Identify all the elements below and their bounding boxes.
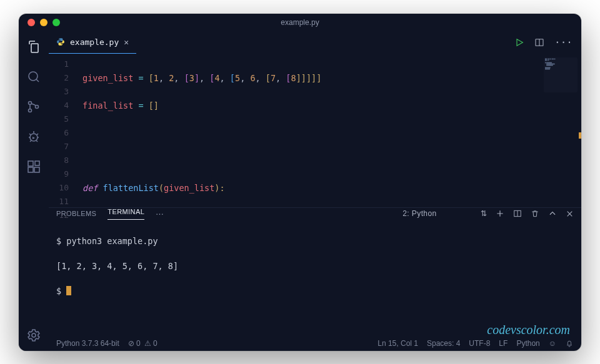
run-button[interactable]	[514, 37, 524, 47]
line-number: 10	[49, 181, 69, 195]
kill-terminal-icon[interactable]	[531, 209, 539, 218]
tab-terminal[interactable]: TERMINAL	[108, 208, 144, 220]
svg-rect-5	[28, 161, 33, 166]
code-token: def	[82, 183, 103, 193]
svg-point-9	[32, 333, 36, 337]
code-token: ,	[240, 73, 250, 83]
code-token: given_list	[82, 73, 138, 83]
more-actions-icon[interactable]: ···	[554, 36, 572, 48]
source-control-icon[interactable]	[26, 99, 42, 115]
code-token: ,	[199, 73, 209, 83]
terminal-cursor	[66, 286, 71, 295]
line-number: 1	[49, 57, 69, 71]
code-token: 5	[235, 73, 240, 83]
code-editor[interactable]: 1 2 3 4 5 6 7 8 9 10 11 12 given_list = …	[49, 54, 581, 207]
code-token: (	[159, 183, 164, 193]
activity-bar	[19, 31, 49, 351]
code-token: ,	[256, 73, 266, 83]
code-token: given_list	[164, 183, 214, 193]
code-token: [	[286, 73, 291, 83]
code-token: 7	[271, 73, 276, 83]
code-token: ,	[159, 73, 169, 83]
terminal-selector-label: 2: Python	[402, 209, 436, 218]
code-token: 1	[154, 73, 159, 83]
tab-filename: example.py	[70, 37, 119, 47]
line-number-gutter: 1 2 3 4 5 6 7 8 9 10 11 12	[49, 54, 78, 207]
main-area: example.py ✕ ··· 1 2 3 4 5 6	[49, 31, 581, 351]
svg-point-1	[29, 101, 32, 104]
code-token: [	[230, 73, 235, 83]
code-token: ,	[174, 73, 184, 83]
panel-tabs: PROBLEMS TERMINAL ··· 2: Python⇅	[49, 208, 581, 220]
explorer-icon[interactable]	[26, 39, 42, 55]
chevron-updown-icon: ⇅	[481, 209, 487, 218]
code-token: ]	[194, 73, 199, 83]
terminal-prompt: $	[56, 286, 66, 296]
code-token: ]]]]]	[296, 73, 322, 83]
python-file-icon	[56, 37, 65, 46]
code-token: ):	[214, 183, 224, 193]
code-token: flattenList	[103, 183, 159, 193]
watermark: codevscolor.com	[487, 323, 570, 336]
code-content[interactable]: given_list = [1, 2, [3], [4, [5, 6, [7, …	[78, 54, 581, 207]
split-terminal-icon[interactable]	[513, 209, 522, 218]
status-spaces[interactable]: Spaces: 4	[427, 339, 460, 348]
line-number: 5	[49, 112, 69, 126]
panel-more-icon[interactable]: ···	[156, 209, 164, 219]
code-token: 6	[250, 73, 255, 83]
tab-example-py[interactable]: example.py ✕	[49, 31, 136, 54]
maximize-panel-icon[interactable]	[548, 209, 557, 218]
search-icon[interactable]	[26, 69, 42, 85]
svg-point-3	[36, 105, 39, 108]
line-number: 6	[49, 126, 69, 140]
code-token: ,	[276, 73, 286, 83]
svg-rect-8	[35, 161, 39, 165]
terminal-output[interactable]: $ python3 example.py [1, 2, 3, 4, 5, 6, …	[49, 220, 581, 340]
code-token: ,	[220, 73, 230, 83]
line-number: 7	[49, 140, 69, 154]
settings-gear-icon[interactable]	[26, 327, 42, 343]
status-notifications-icon[interactable]	[565, 339, 574, 348]
terminal-result: [1, 2, 3, 4, 5, 6, 7, 8]	[56, 260, 574, 272]
bottom-panel: PROBLEMS TERMINAL ··· 2: Python⇅ $ pytho…	[49, 207, 581, 336]
code-token: 3	[189, 73, 194, 83]
status-eol[interactable]: LF	[499, 339, 508, 348]
terminal-command: python3 example.py	[66, 236, 158, 246]
code-token: []	[149, 101, 159, 111]
panel-actions: 2: Python⇅	[402, 209, 574, 218]
status-interpreter[interactable]: Python 3.7.3 64-bit	[56, 339, 119, 348]
code-token: 4	[214, 73, 219, 83]
minimap[interactable]: ████ █ ██ █ █ ██ █ ██ ████ █ █ ██ ██████…	[544, 57, 578, 92]
code-token: [	[184, 73, 189, 83]
line-number: 3	[49, 85, 69, 99]
code-token: =	[138, 101, 148, 111]
extensions-icon[interactable]	[26, 159, 42, 175]
terminal-selector[interactable]: 2: Python⇅	[402, 209, 487, 218]
line-number: 9	[49, 167, 69, 181]
svg-rect-6	[28, 167, 33, 172]
code-token: 8	[291, 73, 296, 83]
close-panel-icon[interactable]	[566, 210, 574, 218]
svg-point-2	[29, 109, 32, 112]
new-terminal-icon[interactable]	[496, 209, 504, 218]
debug-icon[interactable]	[26, 129, 42, 145]
status-warnings[interactable]: ⚠ 0	[144, 339, 158, 348]
svg-rect-7	[34, 167, 39, 172]
tabs-row: example.py ✕ ···	[49, 31, 581, 54]
close-tab-icon[interactable]: ✕	[124, 37, 129, 47]
status-cursor-position[interactable]: Ln 15, Col 1	[378, 339, 418, 348]
vscode-window: example.py	[19, 14, 581, 351]
editor-actions: ···	[514, 31, 581, 54]
status-feedback-icon[interactable]: ☺	[549, 339, 556, 348]
status-errors[interactable]: ⊘ 0	[128, 339, 141, 348]
line-number: 2	[49, 71, 69, 85]
line-number: 8	[49, 154, 69, 167]
editor-body: example.py ✕ ··· 1 2 3 4 5 6	[19, 31, 581, 351]
split-editor-icon[interactable]	[534, 37, 544, 47]
line-number: 11	[49, 195, 69, 209]
title-bar: example.py	[19, 14, 581, 31]
line-number: 4	[49, 99, 69, 112]
status-encoding[interactable]: UTF-8	[469, 339, 490, 348]
code-token: =	[138, 73, 148, 83]
status-language[interactable]: Python	[516, 339, 539, 348]
